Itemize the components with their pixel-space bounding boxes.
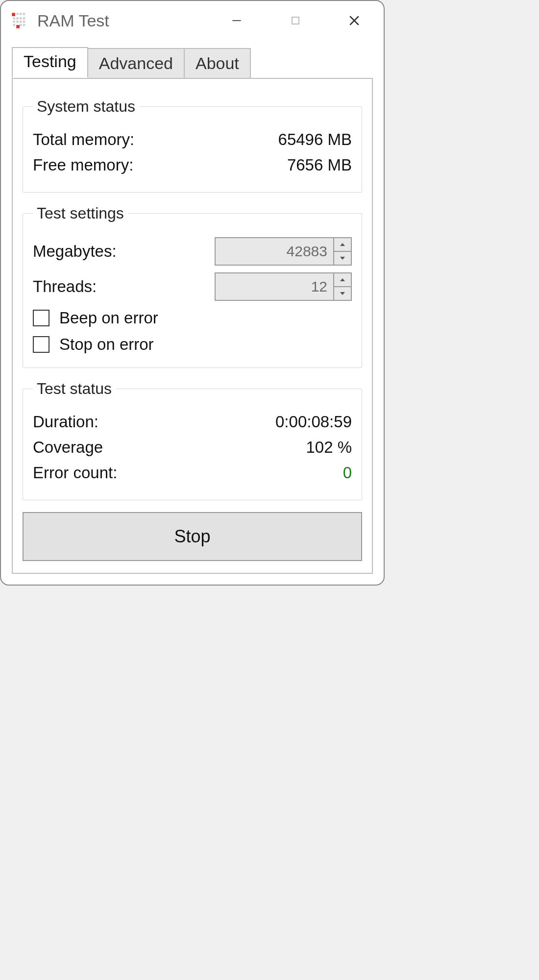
window-title: RAM Test — [37, 11, 109, 30]
value-duration: 0:00:08:59 — [275, 413, 352, 431]
group-test-status: Test status Duration: 0:00:08:59 Coverag… — [23, 380, 362, 500]
label-duration: Duration: — [33, 413, 275, 431]
svg-marker-22 — [340, 278, 345, 281]
svg-rect-13 — [16, 25, 20, 28]
svg-rect-3 — [23, 13, 25, 15]
svg-marker-23 — [340, 292, 345, 295]
svg-marker-21 — [340, 257, 345, 260]
checkbox-stop-on-error[interactable] — [33, 336, 49, 353]
maximize-button[interactable] — [266, 1, 325, 40]
tab-about[interactable]: About — [184, 48, 251, 79]
svg-rect-1 — [16, 13, 19, 15]
minimize-button[interactable] — [207, 1, 266, 40]
spin-up-threads[interactable] — [334, 272, 352, 287]
label-stop-on-error: Stop on error — [59, 335, 154, 354]
label-beep-on-error: Beep on error — [59, 309, 158, 327]
tab-advanced[interactable]: Advanced — [87, 48, 185, 79]
close-button[interactable] — [325, 1, 384, 40]
group-system-status: System status Total memory: 65496 MB Fre… — [23, 98, 362, 193]
spin-down-megabytes[interactable] — [334, 251, 352, 266]
svg-rect-4 — [13, 17, 16, 20]
titlebar: RAM Test — [1, 1, 384, 40]
svg-rect-17 — [292, 17, 299, 24]
input-megabytes[interactable]: 42883 — [215, 237, 334, 266]
checkbox-beep-on-error[interactable] — [33, 310, 49, 326]
svg-rect-9 — [16, 21, 19, 23]
legend-test-status: Test status — [33, 380, 116, 398]
svg-rect-10 — [20, 21, 22, 23]
value-coverage: 102 % — [306, 438, 352, 457]
label-coverage: Coverage — [33, 438, 306, 457]
legend-test-settings: Test settings — [33, 204, 128, 222]
input-threads[interactable]: 12 — [215, 272, 334, 301]
legend-system-status: System status — [33, 98, 139, 116]
tab-testing[interactable]: Testing — [12, 47, 88, 78]
spin-megabytes[interactable]: 42883 — [215, 237, 352, 266]
spin-threads[interactable]: 12 — [215, 272, 352, 301]
spin-down-threads[interactable] — [334, 287, 352, 301]
svg-rect-15 — [23, 24, 25, 26]
group-test-settings: Test settings Megabytes: 42883 — [23, 204, 362, 368]
label-error-count: Error count: — [33, 464, 343, 482]
tabpanel-testing: System status Total memory: 65496 MB Fre… — [12, 78, 373, 574]
svg-rect-5 — [16, 17, 19, 20]
svg-marker-20 — [340, 243, 345, 246]
svg-rect-14 — [20, 24, 22, 26]
value-error-count: 0 — [343, 464, 352, 482]
tabstrip: Testing Advanced About — [12, 47, 373, 78]
svg-rect-8 — [13, 21, 16, 23]
value-free-memory: 7656 MB — [287, 156, 352, 174]
app-window: RAM Test Testing Advanced About System s… — [0, 0, 385, 586]
stop-button[interactable]: Stop — [23, 512, 362, 561]
spin-up-megabytes[interactable] — [334, 237, 352, 251]
value-total-memory: 65496 MB — [278, 130, 352, 149]
label-megabytes: Megabytes: — [33, 242, 215, 261]
app-icon — [10, 11, 29, 30]
label-threads: Threads: — [33, 277, 215, 296]
label-total-memory: Total memory: — [33, 130, 278, 149]
svg-rect-7 — [23, 17, 25, 20]
svg-rect-11 — [23, 21, 25, 23]
svg-rect-6 — [20, 17, 22, 20]
svg-rect-12 — [13, 24, 16, 26]
svg-rect-2 — [20, 13, 22, 15]
svg-rect-0 — [12, 13, 15, 16]
label-free-memory: Free memory: — [33, 156, 287, 174]
